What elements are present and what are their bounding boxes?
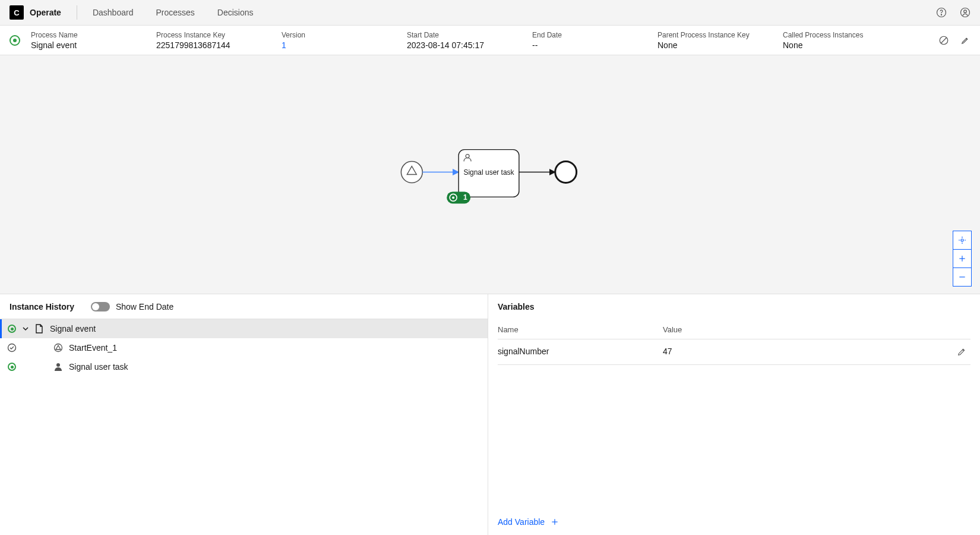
svg-point-3 [964, 10, 967, 13]
info-process-name: Process Name Signal event [31, 31, 156, 50]
user-icon[interactable] [960, 7, 970, 18]
bottom-panels: Instance History Show End Date Signal ev… [0, 294, 980, 535]
brand-logo: C [10, 5, 24, 20]
col-name: Name [498, 325, 663, 334]
svg-point-19 [8, 344, 16, 352]
tree-row-process[interactable]: Signal event [0, 319, 488, 338]
add-variable-button[interactable]: Add Variable [498, 509, 970, 535]
instance-history-panel: Instance History Show End Date Signal ev… [0, 294, 488, 535]
variables-table-header: Name Value [498, 319, 970, 339]
nav-decisions[interactable]: Decisions [217, 8, 254, 17]
info-instance-key: Process Instance Key 2251799813687144 [156, 31, 282, 50]
task-label: Signal user task [463, 168, 514, 177]
svg-point-6 [401, 162, 422, 183]
value[interactable]: 1 [282, 40, 407, 50]
chevron-down-icon[interactable] [23, 326, 29, 332]
info-start-date: Start Date 2023-08-14 07:45:17 [407, 31, 532, 50]
label: Start Date [407, 31, 532, 39]
user-task-icon [53, 362, 63, 372]
process-icon [34, 324, 44, 333]
status-active-icon [7, 362, 17, 372]
variables-panel: Variables Name Value signalNumber 47 Add… [488, 294, 980, 535]
panel-title: Variables [498, 302, 535, 311]
value: Signal event [31, 40, 156, 50]
value: None [657, 40, 783, 50]
label: Process Name [31, 31, 156, 39]
task-instance-count-badge: 1 [463, 193, 467, 202]
value: 2023-08-14 07:45:17 [407, 40, 532, 50]
variable-name: signalNumber [498, 347, 663, 357]
toggle-label: Show End Date [116, 302, 173, 311]
top-bar: C Operate Dashboard Processes Decisions [0, 0, 980, 26]
brand: C Operate [10, 5, 61, 20]
panel-title: Instance History [10, 302, 74, 311]
status-completed-icon [7, 343, 17, 353]
value: 2251799813687144 [156, 40, 282, 50]
svg-point-11 [555, 162, 577, 183]
label: Parent Process Instance Key [657, 31, 783, 39]
nav-dashboard[interactable]: Dashboard [93, 8, 134, 17]
value: -- [532, 40, 657, 50]
svg-point-14 [452, 196, 454, 199]
modify-instance-icon[interactable] [960, 35, 970, 46]
node-label: Signal event [50, 324, 96, 333]
instance-status-active-icon [10, 35, 20, 46]
nav-processes[interactable]: Processes [156, 8, 194, 17]
status-active-icon [7, 324, 17, 333]
show-end-date-toggle[interactable] [91, 302, 110, 311]
instance-info-bar: Process Name Signal event Process Instan… [0, 26, 980, 55]
divider [77, 5, 77, 20]
node-label: StartEvent_1 [69, 343, 117, 353]
info-called-instances: Called Process Instances None [783, 31, 908, 50]
label: Version [282, 31, 407, 39]
variable-value: 47 [663, 347, 953, 357]
tree-row-start-event[interactable]: StartEvent_1 [0, 338, 488, 357]
topbar-actions [936, 7, 970, 18]
diagram-area[interactable]: Signal user task 1 [0, 55, 980, 294]
info-end-date: End Date -- [532, 31, 657, 50]
svg-line-5 [941, 37, 947, 43]
history-tree: Signal event StartEvent_1 [0, 319, 488, 535]
tree-row-user-task[interactable]: Signal user task [0, 357, 488, 376]
variable-row[interactable]: signalNumber 47 [498, 339, 970, 365]
zoom-reset-button[interactable] [953, 231, 972, 250]
cancel-instance-icon[interactable] [938, 35, 949, 46]
signal-start-event-icon [53, 343, 63, 353]
svg-point-1 [941, 14, 941, 15]
label: Process Instance Key [156, 31, 282, 39]
edit-variable-icon[interactable] [953, 347, 970, 357]
add-variable-label: Add Variable [498, 517, 545, 527]
info-version: Version 1 [282, 31, 407, 50]
label: End Date [532, 31, 657, 39]
svg-point-21 [56, 363, 60, 367]
brand-title: Operate [30, 8, 61, 17]
col-value: Value [663, 325, 953, 334]
plus-icon [551, 518, 559, 526]
value: None [783, 40, 908, 50]
help-icon[interactable] [936, 7, 947, 18]
node-label: Signal user task [69, 362, 128, 372]
svg-point-15 [961, 239, 963, 241]
zoom-out-button[interactable] [953, 268, 972, 287]
zoom-controls [953, 231, 972, 287]
top-nav: Dashboard Processes Decisions [93, 8, 254, 17]
bpmn-diagram: Signal user task 1 [0, 55, 980, 294]
label: Called Process Instances [783, 31, 908, 39]
info-parent-key: Parent Process Instance Key None [657, 31, 783, 50]
zoom-in-button[interactable] [953, 249, 972, 268]
